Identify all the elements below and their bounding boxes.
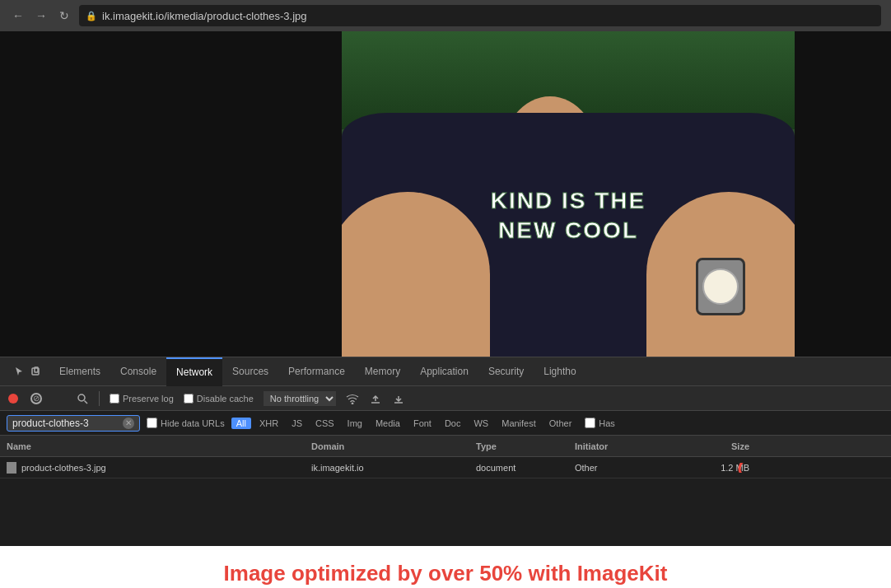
forward-button[interactable]: →	[33, 7, 49, 24]
search-input-container[interactable]: ✕	[7, 415, 140, 432]
arm-right	[646, 192, 795, 357]
filter-font[interactable]: Font	[408, 418, 436, 429]
tab-security[interactable]: Security	[478, 357, 534, 386]
table-row[interactable]: product-clothes-3.jpg ik.imagekit.io doc…	[0, 457, 891, 478]
devtools-tab-icons	[7, 365, 49, 378]
td-domain: ik.imagekit.io	[311, 463, 476, 473]
th-domain: Domain	[311, 441, 476, 451]
product-image: KIND IS THE NEW COOL	[342, 31, 795, 357]
td-size: 1.2 MB	[674, 463, 756, 473]
td-initiator: Other	[575, 463, 674, 473]
filter-media[interactable]: Media	[371, 418, 405, 429]
svg-line-3	[85, 400, 88, 404]
lock-icon: 🔒	[86, 11, 97, 21]
device-icon[interactable]	[30, 365, 43, 378]
svg-point-2	[78, 394, 85, 401]
cursor-icon[interactable]	[13, 365, 26, 378]
clear-search-icon[interactable]: ✕	[123, 418, 134, 429]
disable-cache-label: Disable cache	[197, 394, 254, 404]
th-name: Name	[7, 441, 311, 451]
url-text: ik.imagekit.io/ikmedia/product-clothes-3…	[102, 10, 307, 22]
throttle-select[interactable]: No throttling	[264, 391, 336, 406]
filter-ws[interactable]: WS	[469, 418, 493, 429]
filter-img[interactable]: Img	[343, 418, 367, 429]
tab-elements[interactable]: Elements	[49, 357, 110, 386]
filter-js[interactable]: JS	[287, 418, 307, 429]
filter-other[interactable]: Other	[544, 418, 577, 429]
th-type: Type	[476, 441, 575, 451]
tab-lighthouse[interactable]: Lightho	[534, 357, 585, 386]
table-header: Name Domain Type Initiator Size	[0, 436, 891, 457]
preserve-log-label: Preserve log	[123, 394, 174, 404]
filter-icon[interactable]	[53, 392, 66, 405]
upload-icon	[369, 392, 382, 405]
filter-xhr[interactable]: XHR	[254, 418, 283, 429]
tab-console[interactable]: Console	[110, 357, 166, 386]
search-icon[interactable]	[76, 392, 89, 405]
reload-button[interactable]: ↻	[56, 7, 72, 24]
devtools-panel: Elements Console Network Sources Perform…	[0, 357, 891, 546]
file-size-value: 1.2 MB	[721, 463, 749, 473]
disable-cache-checkbox[interactable]: Disable cache	[184, 394, 254, 404]
filter-css[interactable]: CSS	[310, 418, 339, 429]
photo-recreation: KIND IS THE NEW COOL	[342, 31, 795, 357]
tab-sources[interactable]: Sources	[222, 357, 278, 386]
tab-application[interactable]: Application	[410, 357, 478, 386]
wifi-icon	[346, 392, 359, 405]
record-dot	[8, 394, 18, 404]
caption-text: Image optimized by over 50% with ImageKi…	[224, 561, 668, 586]
preserve-log-input[interactable]	[110, 394, 119, 404]
has-input[interactable]	[585, 418, 595, 428]
th-initiator: Initiator	[575, 441, 674, 451]
record-button[interactable]	[7, 392, 20, 405]
browser-chrome: ← → ↻ 🔒 ik.imagekit.io/ikmedia/product-c…	[0, 0, 891, 31]
file-icon	[7, 462, 16, 474]
td-type: document	[476, 463, 575, 473]
watch-face	[702, 268, 739, 305]
browser-viewport: KIND IS THE NEW COOL	[0, 31, 891, 357]
has-label: Has	[599, 418, 615, 428]
clear-icon: ⊘	[30, 393, 42, 404]
tab-performance[interactable]: Performance	[278, 357, 355, 386]
devtools: Elements Console Network Sources Perform…	[0, 357, 891, 546]
toolbar-separator	[99, 391, 100, 406]
bottom-caption: Image optimized by over 50% with ImageKi…	[0, 546, 891, 588]
filter-manifest[interactable]: Manifest	[497, 418, 541, 429]
preserve-log-checkbox[interactable]: Preserve log	[110, 394, 174, 404]
filter-all[interactable]: All	[231, 418, 251, 429]
disable-cache-input[interactable]	[184, 394, 194, 404]
td-name: product-clothes-3.jpg	[7, 462, 311, 474]
hide-data-urls-checkbox[interactable]: Hide data URLs	[147, 418, 225, 428]
tab-network[interactable]: Network	[166, 357, 222, 386]
hide-data-urls-label: Hide data URLs	[161, 418, 225, 428]
filter-doc[interactable]: Doc	[440, 418, 466, 429]
has-checkbox[interactable]: Has	[585, 418, 615, 428]
watch	[696, 258, 745, 315]
svg-point-4	[352, 403, 353, 404]
filter-bar: ✕ Hide data URLs All XHR JS CSS Img Medi…	[0, 411, 891, 436]
tab-memory[interactable]: Memory	[355, 357, 410, 386]
devtools-tabs: Elements Console Network Sources Perform…	[0, 357, 891, 386]
back-button[interactable]: ←	[10, 7, 26, 24]
th-size: Size	[674, 441, 756, 451]
network-table: Name Domain Type Initiator Size product-…	[0, 436, 891, 478]
network-toolbar: ⊘ Preserve log Disable cache No throttli…	[0, 386, 891, 411]
hide-data-urls-input[interactable]	[147, 418, 157, 428]
clear-button[interactable]: ⊘	[30, 392, 43, 405]
browser-toolbar: ← → ↻ 🔒 ik.imagekit.io/ikmedia/product-c…	[0, 0, 891, 31]
address-bar[interactable]: 🔒 ik.imagekit.io/ikmedia/product-clothes…	[79, 5, 881, 26]
shirt-text: KIND IS THE NEW COOL	[491, 186, 646, 246]
filter-pills: All XHR JS CSS Img Media Font Doc WS Man…	[231, 418, 615, 429]
network-search-input[interactable]	[12, 418, 119, 429]
download-icon	[392, 392, 405, 405]
